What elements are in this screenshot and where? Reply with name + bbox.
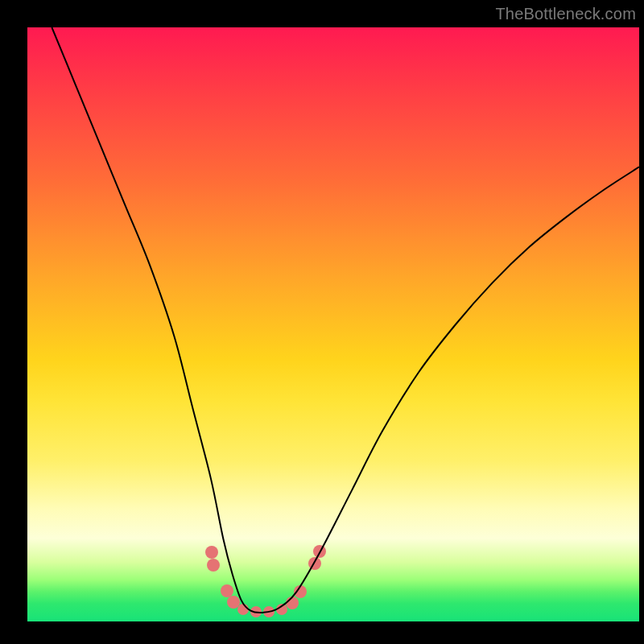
data-marker <box>237 604 249 615</box>
chart-svg <box>27 27 639 621</box>
data-marker <box>207 559 220 572</box>
plot-area <box>27 27 639 621</box>
data-marker <box>221 584 233 597</box>
watermark-text: TheBottleneck.com <box>495 5 636 23</box>
data-marker <box>205 546 218 559</box>
data-marker <box>227 596 240 609</box>
chart-frame: TheBottleneck.com <box>0 0 644 644</box>
bottleneck-curve <box>52 27 639 613</box>
data-marker <box>286 597 299 609</box>
markers-layer <box>205 545 326 617</box>
